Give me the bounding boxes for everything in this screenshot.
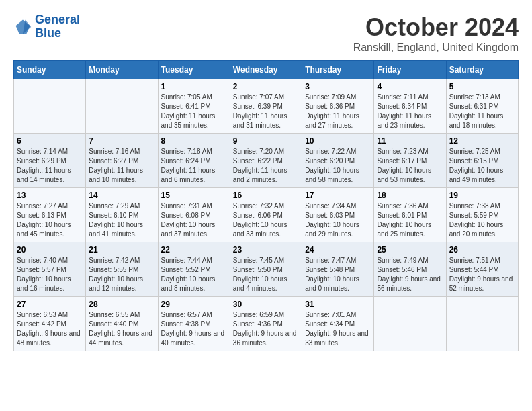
day-number: 19: [449, 191, 515, 200]
calendar-table: Sunday Monday Tuesday Wednesday Thursday…: [13, 60, 519, 351]
calendar-cell: 9Sunrise: 7:20 AM Sunset: 6:22 PM Daylig…: [230, 134, 302, 188]
day-info: Sunrise: 7:22 AM Sunset: 6:20 PM Dayligh…: [305, 147, 371, 185]
day-info: Sunrise: 7:23 AM Sunset: 6:17 PM Dayligh…: [377, 147, 443, 185]
day-number: 24: [305, 245, 371, 255]
day-number: 1: [161, 82, 227, 91]
logo-line2: Blue: [35, 26, 61, 40]
logo-icon: [13, 17, 32, 36]
page-header: General Blue October 2024 Ranskill, Engl…: [13, 13, 519, 54]
day-info: Sunrise: 7:05 AM Sunset: 6:41 PM Dayligh…: [161, 93, 227, 130]
day-info: Sunrise: 7:38 AM Sunset: 5:59 PM Dayligh…: [449, 201, 515, 239]
calendar-cell: [14, 79, 86, 134]
day-number: 5: [449, 82, 515, 91]
calendar-week-3: 13Sunrise: 7:27 AM Sunset: 6:13 PM Dayli…: [14, 188, 519, 242]
day-info: Sunrise: 7:25 AM Sunset: 6:15 PM Dayligh…: [449, 147, 515, 185]
calendar-cell: 28Sunrise: 6:55 AM Sunset: 4:40 PM Dayli…: [86, 297, 158, 351]
day-number: 31: [305, 300, 371, 309]
title-block: October 2024 Ranskill, England, United K…: [353, 13, 519, 54]
logo-line1: General: [35, 13, 80, 26]
col-friday: Friday: [374, 61, 446, 79]
col-thursday: Thursday: [302, 61, 374, 79]
day-number: 9: [233, 136, 299, 146]
calendar-cell: [374, 297, 446, 351]
calendar-body: 1Sunrise: 7:05 AM Sunset: 6:41 PM Daylig…: [14, 79, 519, 351]
calendar-cell: 4Sunrise: 7:11 AM Sunset: 6:34 PM Daylig…: [374, 79, 446, 134]
day-info: Sunrise: 7:32 AM Sunset: 6:06 PM Dayligh…: [233, 201, 299, 239]
day-info: Sunrise: 7:42 AM Sunset: 5:55 PM Dayligh…: [89, 256, 154, 293]
day-info: Sunrise: 7:31 AM Sunset: 6:08 PM Dayligh…: [161, 201, 227, 239]
day-number: 29: [161, 300, 227, 309]
day-info: Sunrise: 7:34 AM Sunset: 6:03 PM Dayligh…: [305, 201, 371, 239]
calendar-cell: 7Sunrise: 7:16 AM Sunset: 6:27 PM Daylig…: [86, 134, 158, 188]
calendar-week-5: 27Sunrise: 6:53 AM Sunset: 4:42 PM Dayli…: [14, 297, 519, 351]
day-number: 28: [89, 300, 154, 309]
calendar-cell: 27Sunrise: 6:53 AM Sunset: 4:42 PM Dayli…: [14, 297, 86, 351]
calendar-cell: 30Sunrise: 6:59 AM Sunset: 4:36 PM Dayli…: [230, 297, 302, 351]
day-number: 4: [377, 82, 443, 91]
calendar-cell: 15Sunrise: 7:31 AM Sunset: 6:08 PM Dayli…: [158, 188, 230, 242]
day-number: 12: [449, 136, 515, 146]
day-info: Sunrise: 7:09 AM Sunset: 6:36 PM Dayligh…: [305, 93, 371, 130]
calendar-cell: 19Sunrise: 7:38 AM Sunset: 5:59 PM Dayli…: [446, 188, 518, 242]
calendar-header: Sunday Monday Tuesday Wednesday Thursday…: [14, 61, 519, 79]
calendar-cell: [86, 79, 158, 134]
day-number: 20: [17, 245, 83, 255]
day-number: 27: [17, 300, 83, 309]
day-number: 2: [233, 82, 299, 91]
calendar-cell: 17Sunrise: 7:34 AM Sunset: 6:03 PM Dayli…: [302, 188, 374, 242]
day-number: 13: [17, 191, 83, 200]
day-number: 11: [377, 136, 443, 146]
day-number: 15: [161, 191, 227, 200]
col-tuesday: Tuesday: [158, 61, 230, 79]
col-wednesday: Wednesday: [230, 61, 302, 79]
day-info: Sunrise: 7:01 AM Sunset: 4:34 PM Dayligh…: [305, 310, 371, 348]
day-info: Sunrise: 7:20 AM Sunset: 6:22 PM Dayligh…: [233, 147, 299, 185]
calendar-cell: [446, 297, 518, 351]
day-info: Sunrise: 7:14 AM Sunset: 6:29 PM Dayligh…: [17, 147, 83, 185]
day-info: Sunrise: 7:40 AM Sunset: 5:57 PM Dayligh…: [17, 256, 83, 293]
header-row: Sunday Monday Tuesday Wednesday Thursday…: [14, 61, 519, 79]
calendar-cell: 6Sunrise: 7:14 AM Sunset: 6:29 PM Daylig…: [14, 134, 86, 188]
month-title: October 2024: [353, 13, 519, 42]
day-number: 6: [17, 136, 83, 146]
calendar-cell: 14Sunrise: 7:29 AM Sunset: 6:10 PM Dayli…: [86, 188, 158, 242]
calendar-cell: 12Sunrise: 7:25 AM Sunset: 6:15 PM Dayli…: [446, 134, 518, 188]
day-number: 21: [89, 245, 154, 255]
col-monday: Monday: [86, 61, 158, 79]
day-number: 3: [305, 82, 371, 91]
location: Ranskill, England, United Kingdom: [353, 42, 519, 54]
day-info: Sunrise: 6:57 AM Sunset: 4:38 PM Dayligh…: [161, 310, 227, 348]
day-info: Sunrise: 7:11 AM Sunset: 6:34 PM Dayligh…: [377, 93, 443, 130]
day-number: 18: [377, 191, 443, 200]
day-info: Sunrise: 7:45 AM Sunset: 5:50 PM Dayligh…: [233, 256, 299, 293]
day-number: 17: [305, 191, 371, 200]
day-number: 22: [161, 245, 227, 255]
day-number: 10: [305, 136, 371, 146]
calendar-cell: 18Sunrise: 7:36 AM Sunset: 6:01 PM Dayli…: [374, 188, 446, 242]
calendar-week-1: 1Sunrise: 7:05 AM Sunset: 6:41 PM Daylig…: [14, 79, 519, 134]
day-info: Sunrise: 7:16 AM Sunset: 6:27 PM Dayligh…: [89, 147, 154, 185]
day-number: 30: [233, 300, 299, 309]
day-info: Sunrise: 7:07 AM Sunset: 6:39 PM Dayligh…: [233, 93, 299, 130]
calendar-cell: 24Sunrise: 7:47 AM Sunset: 5:48 PM Dayli…: [302, 242, 374, 297]
logo: General Blue: [13, 13, 80, 40]
calendar-cell: 26Sunrise: 7:51 AM Sunset: 5:44 PM Dayli…: [446, 242, 518, 297]
day-info: Sunrise: 7:44 AM Sunset: 5:52 PM Dayligh…: [161, 256, 227, 293]
calendar-cell: 23Sunrise: 7:45 AM Sunset: 5:50 PM Dayli…: [230, 242, 302, 297]
calendar-cell: 29Sunrise: 6:57 AM Sunset: 4:38 PM Dayli…: [158, 297, 230, 351]
day-number: 23: [233, 245, 299, 255]
day-info: Sunrise: 7:27 AM Sunset: 6:13 PM Dayligh…: [17, 201, 83, 239]
day-number: 16: [233, 191, 299, 200]
calendar-cell: 20Sunrise: 7:40 AM Sunset: 5:57 PM Dayli…: [14, 242, 86, 297]
calendar-cell: 13Sunrise: 7:27 AM Sunset: 6:13 PM Dayli…: [14, 188, 86, 242]
day-info: Sunrise: 6:55 AM Sunset: 4:40 PM Dayligh…: [89, 310, 154, 348]
day-number: 25: [377, 245, 443, 255]
day-info: Sunrise: 7:47 AM Sunset: 5:48 PM Dayligh…: [305, 256, 371, 293]
calendar-cell: 31Sunrise: 7:01 AM Sunset: 4:34 PM Dayli…: [302, 297, 374, 351]
calendar-week-4: 20Sunrise: 7:40 AM Sunset: 5:57 PM Dayli…: [14, 242, 519, 297]
calendar-cell: 5Sunrise: 7:13 AM Sunset: 6:31 PM Daylig…: [446, 79, 518, 134]
day-info: Sunrise: 7:36 AM Sunset: 6:01 PM Dayligh…: [377, 201, 443, 239]
day-number: 7: [89, 136, 154, 146]
day-info: Sunrise: 7:13 AM Sunset: 6:31 PM Dayligh…: [449, 93, 515, 130]
day-number: 8: [161, 136, 227, 146]
